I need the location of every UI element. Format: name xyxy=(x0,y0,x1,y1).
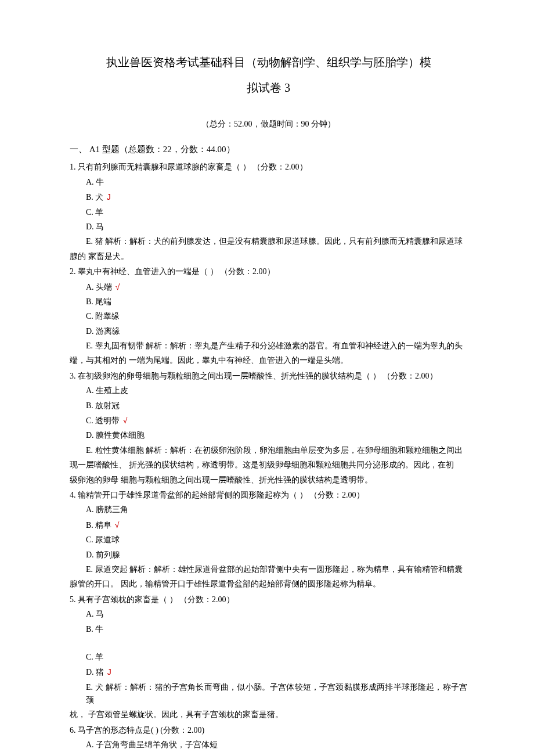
option: D. 游离缘 xyxy=(70,325,467,338)
explanation-cont: 腺的 家畜是犬。 xyxy=(70,250,467,263)
question-5: 5. 具有子宫颈枕的家畜是（ ） （分数：2.00）A. 马 B. 牛 C. 羊… xyxy=(70,593,467,722)
option: D. 膜性黄体细胞 xyxy=(70,429,467,442)
question-3: 3. 在初级卵泡的卵母细胞与颗粒细胞之间出现一层嗜酸性、折光性强的膜状结构是（ … xyxy=(70,370,467,487)
question-stem: 5. 具有子宫颈枕的家畜是（ ） （分数：2.00） xyxy=(70,593,467,606)
explanation-cont: 腺管的开口。 因此，输精管开口于雄性尿道骨盆部的起始部背侧的圆形隆起称为精阜。 xyxy=(70,578,467,591)
option: B. 子宫整体呈Y形，子宫角呈弓形，子宫角与子宫体等长 J xyxy=(70,754,467,756)
option: B. 精阜 √ xyxy=(70,519,467,532)
question-stem: 1. 只有前列腺而无精囊腺和尿道球腺的家畜是（ ） （分数：2.00） xyxy=(70,161,467,174)
section-header: 一、 A1 型题（总题数：22，分数：44.00） xyxy=(70,142,467,156)
title-line-2: 拟试卷 3 xyxy=(70,75,467,100)
option: A. 马 xyxy=(70,608,467,621)
option: C. 羊 xyxy=(70,651,467,664)
question-4: 4. 输精管开口于雄性尿道骨盆部的起始部背侧的圆形隆起称为（ ） （分数：2.0… xyxy=(70,489,467,591)
questions-container: 1. 只有前列腺而无精囊腺和尿道球腺的家畜是（ ） （分数：2.00）A. 牛 … xyxy=(70,161,467,756)
question-stem: 6. 马子宫的形态特点是( ) (分数：2.00) xyxy=(70,724,467,737)
correct-mark-icon: J xyxy=(107,192,111,201)
option: B. 牛 xyxy=(70,623,467,636)
option: D. 猪 J xyxy=(70,665,467,679)
explanation-cont: 端，与其相对的 一端为尾端。因此，睾丸中有神经、血管进入的一端是头端。 xyxy=(70,354,467,367)
option: C. 透明带 √ xyxy=(70,414,467,427)
question-stem: 2. 睾丸中有神经、血管进入的一端是（ ） （分数：2.00） xyxy=(70,265,467,278)
explanation: E. 猪 解析：解析：犬的前列腺发达，但是没有精囊腺和尿道球腺。因此，只有前列腺… xyxy=(70,235,467,248)
option: C. 尿道球 xyxy=(70,534,467,546)
option: A. 膀胱三角 xyxy=(70,503,467,516)
option: A. 牛 xyxy=(70,176,467,189)
explanation-cont: 级卵泡的卵母 细胞与颗粒细胞之间出现一层嗜酸性、折光性强的膜状结构是透明带。 xyxy=(70,474,467,487)
question-stem: 4. 输精管开口于雄性尿道骨盆部的起始部背侧的圆形隆起称为（ ） （分数：2.0… xyxy=(70,489,467,502)
question-2: 2. 睾丸中有神经、血管进入的一端是（ ） （分数：2.00）A. 头端 √B.… xyxy=(70,265,467,368)
explanation-cont: 枕， 子宫颈管呈螺旋状。因此，具有子宫颈枕的家畜是猪。 xyxy=(70,708,467,721)
title-line-1: 执业兽医资格考试基础科目（动物解剖学、组织学与胚胎学）模 xyxy=(70,49,467,75)
correct-mark-icon: √ xyxy=(123,416,128,425)
option: A. 子宫角弯曲呈绵羊角状，子宫体短 xyxy=(70,739,467,751)
option: B. 犬 J xyxy=(70,190,467,204)
exam-meta: （总分：52.00，做题时间：90 分钟） xyxy=(70,118,467,131)
option: B. 尾端 xyxy=(70,296,467,308)
option: A. 头端 √ xyxy=(70,280,467,294)
spacer xyxy=(70,638,467,649)
page-title: 执业兽医资格考试基础科目（动物解剖学、组织学与胚胎学）模 拟试卷 3 xyxy=(70,49,467,100)
option: B. 放射冠 xyxy=(70,399,467,412)
explanation: E. 尿道突起 解析：解析：雄性尿道骨盆部的起始部背侧中央有一圆形隆起，称为精阜… xyxy=(70,563,467,576)
option: C. 羊 xyxy=(70,206,467,219)
correct-mark-icon: J xyxy=(107,667,111,676)
option: D. 前列腺 xyxy=(70,549,467,561)
option: A. 生殖上皮 xyxy=(70,384,467,397)
question-stem: 3. 在初级卵泡的卵母细胞与颗粒细胞之间出现一层嗜酸性、折光性强的膜状结构是（ … xyxy=(70,370,467,383)
option: D. 马 xyxy=(70,221,467,233)
option: C. 附睾缘 xyxy=(70,310,467,323)
question-6: 6. 马子宫的形态特点是( ) (分数：2.00)A. 子宫角弯曲呈绵羊角状，子… xyxy=(70,724,467,756)
explanation: E. 粒性黄体细胞 解析：解析：在初级卵泡阶段，卵泡细胞由单层变为多层，在卵母细… xyxy=(70,444,467,457)
explanation-cont: 现一层嗜酸性、 折光强的膜状结构，称透明带。这是初级卵母细胞和颗粒细胞共同分泌形… xyxy=(70,459,467,471)
correct-mark-icon: √ xyxy=(115,520,120,530)
explanation: E. 睾丸固有韧带 解析：解析：睾丸是产生精子和分泌雄激素的器官。有血管和神经进… xyxy=(70,340,467,352)
question-1: 1. 只有前列腺而无精囊腺和尿道球腺的家畜是（ ） （分数：2.00）A. 牛 … xyxy=(70,161,467,263)
correct-mark-icon: √ xyxy=(116,282,120,291)
explanation: E. 犬 解析：解析：猪的子宫角长而弯曲，似小肠。子宫体较短，子宫颈黏膜形成两排… xyxy=(70,681,467,707)
